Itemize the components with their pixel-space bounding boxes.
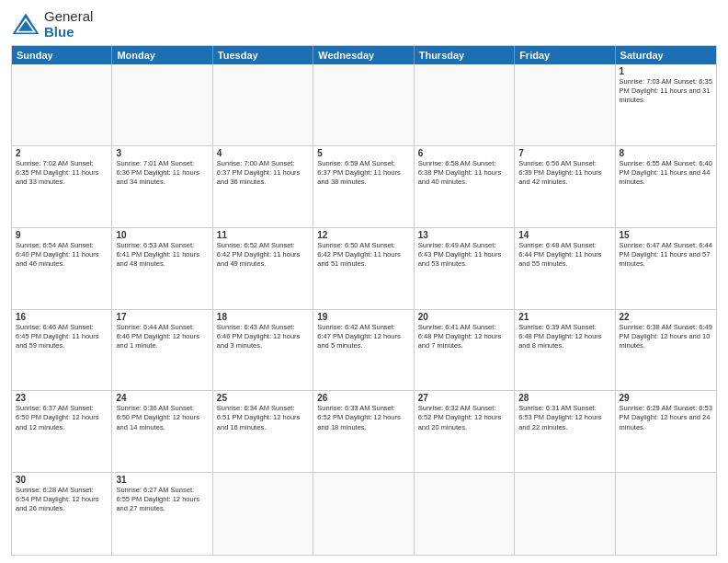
day-number: 5 (317, 148, 409, 158)
day-info: Sunrise: 6:38 AM Sunset: 6:49 PM Dayligh… (620, 323, 712, 350)
calendar-cell-empty (313, 473, 414, 555)
day-number: 6 (418, 148, 510, 158)
calendar-cell-17: 17Sunrise: 6:44 AM Sunset: 6:46 PM Dayli… (112, 310, 212, 391)
header-day-saturday: Saturday (616, 46, 716, 64)
day-number: 15 (620, 230, 712, 240)
header-day-sunday: Sunday (12, 46, 112, 64)
calendar-cell-empty (213, 473, 313, 555)
calendar: SundayMondayTuesdayWednesdayThursdayFrid… (11, 45, 717, 556)
calendar-header: SundayMondayTuesdayWednesdayThursdayFrid… (12, 46, 716, 64)
page: General Blue SundayMondayTuesdayWednesda… (0, 0, 728, 563)
day-info: Sunrise: 6:32 AM Sunset: 6:52 PM Dayligh… (418, 404, 510, 431)
day-number: 20 (418, 312, 510, 322)
day-number: 10 (116, 230, 208, 240)
logo: General Blue (11, 9, 93, 40)
day-number: 23 (16, 393, 108, 403)
day-number: 16 (16, 312, 108, 322)
calendar-cell-13: 13Sunrise: 6:49 AM Sunset: 6:43 PM Dayli… (415, 228, 515, 309)
day-info: Sunrise: 6:39 AM Sunset: 6:48 PM Dayligh… (518, 323, 610, 350)
calendar-cell-empty (213, 64, 313, 145)
calendar-cell-21: 21Sunrise: 6:39 AM Sunset: 6:48 PM Dayli… (515, 310, 615, 391)
calendar-cell-15: 15Sunrise: 6:47 AM Sunset: 6:44 PM Dayli… (616, 228, 716, 309)
calendar-cell-30: 30Sunrise: 6:28 AM Sunset: 6:54 PM Dayli… (12, 473, 112, 555)
calendar-cell-empty (415, 64, 515, 145)
day-info: Sunrise: 7:02 AM Sunset: 6:35 PM Dayligh… (16, 159, 108, 187)
day-info: Sunrise: 6:31 AM Sunset: 6:53 PM Dayligh… (518, 404, 610, 431)
calendar-cell-25: 25Sunrise: 6:34 AM Sunset: 6:51 PM Dayli… (213, 391, 313, 472)
calendar-cell-16: 16Sunrise: 6:46 AM Sunset: 6:45 PM Dayli… (12, 310, 112, 391)
day-number: 3 (116, 148, 208, 158)
calendar-cell-23: 23Sunrise: 6:37 AM Sunset: 6:50 PM Dayli… (12, 391, 112, 472)
calendar-cell-9: 9Sunrise: 6:54 AM Sunset: 6:40 PM Daylig… (12, 228, 112, 309)
calendar-cell-31: 31Sunrise: 6:27 AM Sunset: 6:55 PM Dayli… (112, 473, 212, 555)
day-info: Sunrise: 6:41 AM Sunset: 6:48 PM Dayligh… (418, 323, 510, 350)
calendar-row-6: 30Sunrise: 6:28 AM Sunset: 6:54 PM Dayli… (12, 473, 716, 555)
header-day-tuesday: Tuesday (213, 46, 313, 64)
day-info: Sunrise: 6:28 AM Sunset: 6:54 PM Dayligh… (16, 486, 108, 513)
day-number: 21 (518, 312, 610, 322)
calendar-cell-18: 18Sunrise: 6:43 AM Sunset: 6:46 PM Dayli… (213, 310, 313, 391)
calendar-cell-7: 7Sunrise: 6:56 AM Sunset: 6:39 PM Daylig… (515, 146, 615, 227)
day-number: 30 (16, 475, 108, 485)
calendar-row-1: 1Sunrise: 7:03 AM Sunset: 6:35 PM Daylig… (12, 64, 716, 146)
calendar-cell-empty (12, 64, 112, 145)
day-number: 17 (116, 312, 208, 322)
day-number: 13 (418, 230, 510, 240)
day-info: Sunrise: 6:37 AM Sunset: 6:50 PM Dayligh… (16, 404, 108, 431)
day-info: Sunrise: 6:43 AM Sunset: 6:46 PM Dayligh… (217, 323, 309, 350)
logo-text: General Blue (44, 9, 93, 40)
day-number: 9 (16, 230, 108, 240)
header-day-thursday: Thursday (415, 46, 515, 64)
day-info: Sunrise: 6:56 AM Sunset: 6:39 PM Dayligh… (518, 159, 610, 187)
day-info: Sunrise: 6:36 AM Sunset: 6:50 PM Dayligh… (116, 404, 208, 431)
logo-icon (11, 12, 40, 38)
day-info: Sunrise: 6:53 AM Sunset: 6:41 PM Dayligh… (116, 241, 208, 269)
day-info: Sunrise: 6:54 AM Sunset: 6:40 PM Dayligh… (16, 241, 108, 269)
day-number: 8 (620, 148, 712, 158)
day-info: Sunrise: 6:33 AM Sunset: 6:52 PM Dayligh… (317, 404, 409, 431)
day-info: Sunrise: 6:29 AM Sunset: 6:53 PM Dayligh… (620, 404, 712, 431)
calendar-cell-26: 26Sunrise: 6:33 AM Sunset: 6:52 PM Dayli… (313, 391, 414, 472)
day-info: Sunrise: 6:47 AM Sunset: 6:44 PM Dayligh… (620, 241, 712, 269)
day-number: 1 (620, 66, 712, 76)
day-number: 7 (518, 148, 610, 158)
calendar-cell-empty (313, 64, 414, 145)
calendar-cell-empty (112, 64, 212, 145)
calendar-body: 1Sunrise: 7:03 AM Sunset: 6:35 PM Daylig… (12, 64, 716, 555)
calendar-cell-24: 24Sunrise: 6:36 AM Sunset: 6:50 PM Dayli… (112, 391, 212, 472)
day-number: 27 (418, 393, 510, 403)
day-info: Sunrise: 6:58 AM Sunset: 6:38 PM Dayligh… (418, 159, 510, 187)
day-number: 25 (217, 393, 309, 403)
calendar-cell-empty (515, 64, 615, 145)
day-info: Sunrise: 7:03 AM Sunset: 6:35 PM Dayligh… (620, 77, 712, 105)
day-number: 19 (317, 312, 409, 322)
calendar-cell-12: 12Sunrise: 6:50 AM Sunset: 6:42 PM Dayli… (313, 228, 414, 309)
header-day-wednesday: Wednesday (313, 46, 414, 64)
day-info: Sunrise: 6:27 AM Sunset: 6:55 PM Dayligh… (116, 486, 208, 513)
calendar-cell-19: 19Sunrise: 6:42 AM Sunset: 6:47 PM Dayli… (313, 310, 414, 391)
day-number: 29 (620, 393, 712, 403)
day-number: 14 (518, 230, 610, 240)
day-info: Sunrise: 7:01 AM Sunset: 6:36 PM Dayligh… (116, 159, 208, 187)
day-info: Sunrise: 6:48 AM Sunset: 6:44 PM Dayligh… (518, 241, 610, 269)
day-info: Sunrise: 6:59 AM Sunset: 6:37 PM Dayligh… (317, 159, 409, 187)
day-number: 28 (518, 393, 610, 403)
day-info: Sunrise: 6:42 AM Sunset: 6:47 PM Dayligh… (317, 323, 409, 350)
calendar-cell-29: 29Sunrise: 6:29 AM Sunset: 6:53 PM Dayli… (616, 391, 716, 472)
calendar-row-2: 2Sunrise: 7:02 AM Sunset: 6:35 PM Daylig… (12, 146, 716, 228)
calendar-row-3: 9Sunrise: 6:54 AM Sunset: 6:40 PM Daylig… (12, 228, 716, 310)
calendar-cell-6: 6Sunrise: 6:58 AM Sunset: 6:38 PM Daylig… (415, 146, 515, 227)
day-info: Sunrise: 6:55 AM Sunset: 6:40 PM Dayligh… (620, 159, 712, 187)
calendar-cell-5: 5Sunrise: 6:59 AM Sunset: 6:37 PM Daylig… (313, 146, 414, 227)
day-number: 18 (217, 312, 309, 322)
calendar-row-5: 23Sunrise: 6:37 AM Sunset: 6:50 PM Dayli… (12, 391, 716, 473)
header: General Blue (11, 9, 717, 40)
day-number: 24 (116, 393, 208, 403)
day-number: 26 (317, 393, 409, 403)
calendar-cell-20: 20Sunrise: 6:41 AM Sunset: 6:48 PM Dayli… (415, 310, 515, 391)
calendar-cell-4: 4Sunrise: 7:00 AM Sunset: 6:37 PM Daylig… (213, 146, 313, 227)
day-info: Sunrise: 6:50 AM Sunset: 6:42 PM Dayligh… (317, 241, 409, 269)
calendar-cell-8: 8Sunrise: 6:55 AM Sunset: 6:40 PM Daylig… (616, 146, 716, 227)
calendar-cell-empty (415, 473, 515, 555)
calendar-cell-22: 22Sunrise: 6:38 AM Sunset: 6:49 PM Dayli… (616, 310, 716, 391)
